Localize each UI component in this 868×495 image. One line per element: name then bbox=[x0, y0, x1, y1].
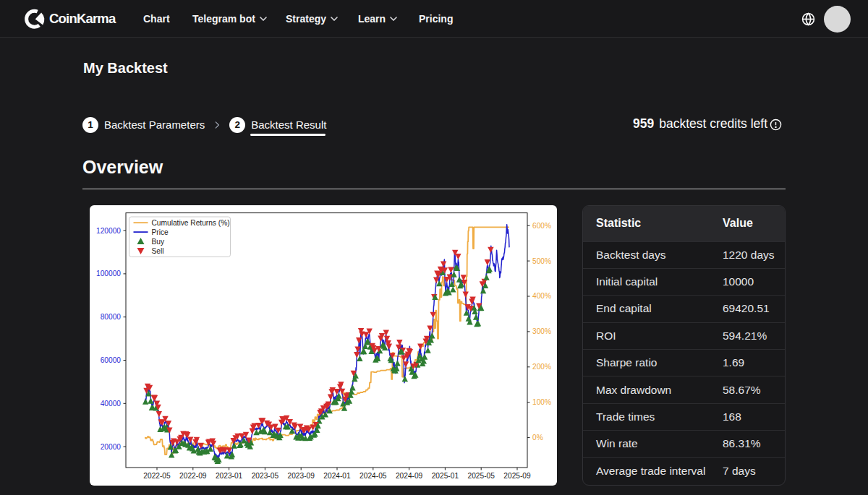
svg-text:500%: 500% bbox=[532, 257, 551, 265]
svg-text:20000: 20000 bbox=[101, 443, 122, 451]
svg-text:2022-09: 2022-09 bbox=[179, 472, 207, 480]
svg-text:100%: 100% bbox=[532, 398, 551, 406]
svg-text:Cumulative Returns (%): Cumulative Returns (%) bbox=[152, 219, 230, 227]
svg-text:600%: 600% bbox=[532, 222, 551, 230]
svg-text:2023-09: 2023-09 bbox=[288, 472, 315, 480]
svg-text:2023-05: 2023-05 bbox=[252, 472, 279, 480]
svg-text:Buy: Buy bbox=[152, 238, 165, 246]
svg-text:200%: 200% bbox=[532, 363, 551, 371]
svg-text:Sell: Sell bbox=[152, 247, 164, 255]
svg-text:2024-05: 2024-05 bbox=[359, 472, 387, 480]
svg-text:0%: 0% bbox=[532, 434, 543, 442]
svg-text:2024-01: 2024-01 bbox=[323, 472, 351, 480]
svg-text:Price: Price bbox=[152, 228, 169, 236]
svg-text:2024-09: 2024-09 bbox=[396, 472, 423, 480]
svg-text:2023-01: 2023-01 bbox=[216, 472, 243, 480]
svg-text:120000: 120000 bbox=[96, 227, 121, 235]
svg-text:400%: 400% bbox=[532, 292, 551, 300]
svg-text:100000: 100000 bbox=[96, 270, 121, 277]
svg-text:2025-09: 2025-09 bbox=[503, 472, 531, 480]
svg-text:40000: 40000 bbox=[101, 400, 122, 408]
svg-text:2022-05: 2022-05 bbox=[143, 472, 171, 480]
svg-text:300%: 300% bbox=[532, 327, 551, 335]
svg-text:2025-01: 2025-01 bbox=[432, 472, 459, 480]
svg-text:2025-05: 2025-05 bbox=[468, 472, 495, 480]
svg-text:80000: 80000 bbox=[101, 313, 122, 321]
svg-text:60000: 60000 bbox=[101, 356, 122, 364]
